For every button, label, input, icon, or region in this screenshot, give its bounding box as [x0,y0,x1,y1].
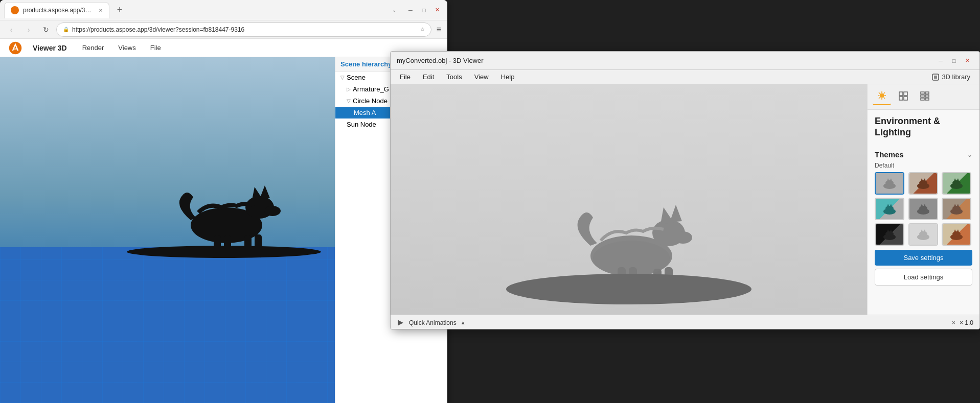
svg-point-70 [919,231,927,236]
theme-item-4[interactable] [875,198,904,220]
3d-library-btn[interactable]: 3D library [926,72,975,83]
viewer-menu-help[interactable]: Help [496,72,520,82]
viewer-maximize-btn[interactable]: □ [948,55,960,67]
wolf-platform [127,246,321,258]
theme-item-8[interactable] [908,223,938,246]
svg-rect-36 [925,92,929,94]
svg-marker-63 [954,204,956,207]
panel-tab-grid[interactable] [894,89,913,105]
wolf-silhouette [147,169,301,251]
browser-minimize-btn[interactable]: ─ [404,4,417,16]
theme-item-1[interactable] [875,172,904,195]
svg-marker-16 [670,205,682,222]
svg-line-30 [879,98,880,99]
viewer-minimize-btn[interactable]: ─ [935,55,947,67]
theme-grid [875,172,972,246]
theme-preview-2 [909,173,937,194]
lock-icon: 🔒 [63,27,69,32]
3d-lib-label: 3D library [942,73,970,81]
main-viewport: Left Scene hierarchy t ▽ Scene ▷ Armatur… [0,57,447,403]
save-settings-btn[interactable]: Save settings [875,250,972,266]
grid-icon [898,91,908,101]
theme-item-6[interactable] [942,198,971,220]
svg-marker-75 [954,229,956,232]
theme-item-9[interactable] [942,223,971,246]
svg-point-74 [952,231,961,236]
themes-title: Themes [875,150,904,159]
svg-rect-31 [899,92,903,96]
panel-tab-table[interactable] [916,89,934,105]
theme-wolf-icon-8 [913,227,933,242]
svg-marker-47 [921,178,923,181]
svg-point-66 [885,231,894,236]
svg-marker-60 [923,204,926,207]
quick-anim-expand-btn[interactable]: ▲ [461,320,466,325]
tab-dropdown-btn[interactable]: ⌄ [389,5,399,15]
svg-rect-35 [921,92,924,94]
theme-preview-8 [909,224,937,245]
refresh-btn[interactable]: ↻ [39,22,53,37]
load-settings-btn[interactable]: Load settings [875,269,972,286]
forward-btn[interactable]: › [21,22,36,37]
browser-menu-btn[interactable]: ≡ [435,23,443,36]
svg-marker-44 [890,178,892,181]
theme-wolf-icon-6 [946,201,967,217]
viewer-close-btn[interactable]: ✕ [961,55,973,67]
svg-marker-48 [923,178,926,181]
browser-maximize-btn[interactable]: □ [418,4,430,16]
theme-item-7[interactable] [875,223,904,246]
panel-tab-lighting[interactable] [873,88,891,105]
themes-header: Themes ⌄ [875,150,972,159]
back-btn[interactable]: ‹ [4,22,18,37]
menu-file[interactable]: File [147,42,164,54]
menu-render[interactable]: Render [79,42,107,54]
svg-point-3 [264,206,281,216]
theme-preview-1 [876,173,903,194]
viewer-3d-viewport[interactable] [391,84,867,315]
browser-tab[interactable]: products.aspose.app/3d/viewer ✕ [4,2,109,18]
default-label: Default [875,162,972,169]
app-logo [6,39,25,57]
theme-item-5[interactable] [908,198,938,220]
svg-point-62 [952,206,961,211]
viewer-menu-edit[interactable]: Edit [418,72,439,82]
svg-marker-56 [890,204,892,207]
address-bar[interactable]: 🔒 https://products.aspose.app/3d/viewer?… [56,22,431,37]
menu-views[interactable]: Views [115,42,139,54]
svg-marker-59 [921,204,923,207]
wolf-display [127,169,321,258]
svg-point-50 [952,180,961,185]
tab-close-btn[interactable]: ✕ [99,8,103,13]
svg-marker-43 [887,178,890,181]
scene-arrow: ▽ [340,75,345,80]
svg-point-58 [919,206,927,211]
viewer-bottom-bar: Quick Animations ▲ × × 1.0 [391,315,979,329]
animation-icon [397,319,405,327]
svg-marker-55 [887,204,890,207]
panel-tabs [868,84,979,110]
viewer-window-title: myConverted.obj - 3D Viewer [397,57,930,64]
theme-item-2[interactable] [908,172,938,195]
viewer-menu-file[interactable]: File [395,72,416,82]
browser-controls: ‹ › ↻ 🔒 https://products.aspose.app/3d/v… [0,20,447,39]
svg-marker-76 [956,229,959,232]
tab-favicon [11,6,19,14]
viewer-menu-tools[interactable]: Tools [441,72,467,82]
scene-arrow: ▽ [347,98,351,104]
viewer-menu-view[interactable]: View [469,72,494,82]
svg-marker-64 [956,204,959,207]
viewer-main: Environment &Lighting Themes ⌄ Default [391,84,979,315]
quick-anim-label: Quick Animations [409,319,457,326]
browser-close-btn[interactable]: ✕ [431,4,443,16]
star-icon: ☆ [420,27,425,32]
viewer-wolf-3d [542,184,716,287]
theme-wolf-icon-1 [879,176,900,191]
svg-rect-39 [921,98,924,100]
themes-collapse-btn[interactable]: ⌄ [967,151,972,158]
new-tab-btn[interactable]: + [112,3,127,17]
tab-title: products.aspose.app/3d/viewer [23,7,95,14]
theme-item-3[interactable] [942,172,971,195]
themes-section: Themes ⌄ Default [868,150,979,292]
theme-wolf-icon-4 [879,201,900,217]
theme-wolf-icon-2 [913,176,933,191]
